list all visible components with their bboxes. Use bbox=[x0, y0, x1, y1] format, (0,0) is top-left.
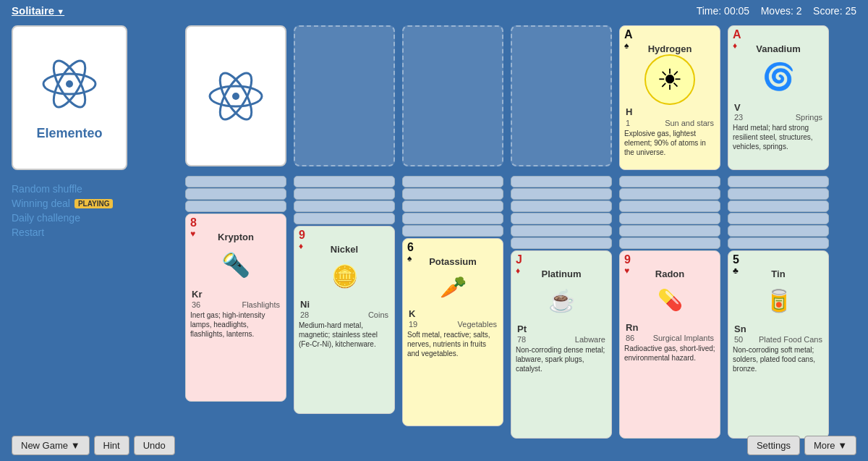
card-name-radon: Radon bbox=[623, 266, 717, 279]
card-tin[interactable]: 5 ♣ Tin 🥫 Sn 50 Plated Food Cans Non-cor… bbox=[728, 250, 829, 439]
back-card-2 bbox=[185, 188, 286, 200]
card-name-nickel: Nickel bbox=[297, 241, 391, 255]
score: Score: 25 bbox=[813, 5, 856, 17]
tableau-col-3[interactable]: 6 ♠ Potassium 🥕 K 19 Vegetables Soft met… bbox=[402, 176, 503, 439]
svg-point-3 bbox=[66, 80, 73, 88]
columns-area: A ♠ Hydrogen ☀ H 1 Sun and stars Explosi… bbox=[185, 25, 856, 422]
card-rank-vanadium: A ♦ bbox=[733, 29, 741, 51]
new-game-button[interactable]: New Game bbox=[12, 436, 90, 455]
playing-badge: PLAYING bbox=[75, 199, 114, 208]
menu-winning-deal[interactable]: Winning deal PLAYING bbox=[12, 198, 178, 209]
card-image-platinum: ☕ bbox=[514, 279, 608, 322]
card-desc-radon: Radioactive gas, short-lived; environmen… bbox=[623, 342, 717, 364]
left-sidebar: Elementeo Random shuffle Winning deal PL… bbox=[12, 25, 178, 422]
right-buttons: Settings More ▼ bbox=[747, 436, 856, 455]
logo-text: Elementeo bbox=[36, 126, 102, 141]
timer: Time: 00:05 bbox=[697, 5, 749, 17]
logo-card: Elementeo bbox=[12, 25, 127, 170]
card-name-platinum: Platinum bbox=[514, 266, 608, 279]
back-card-1 bbox=[185, 176, 286, 187]
tableau-col-4[interactable]: J ♦ Platinum ☕ Pt 78 Labware Non-corrodi… bbox=[511, 176, 612, 439]
menu-section: Random shuffle Winning deal PLAYING Dail… bbox=[12, 183, 178, 238]
more-button[interactable]: More ▼ bbox=[804, 436, 856, 455]
card-name-hydrogen: Hydrogen bbox=[623, 41, 717, 54]
bottom-row: 8 ♥ Krypton 🔦 Kr 36 Flashlights Inert ga… bbox=[185, 176, 856, 439]
card-vanadium[interactable]: A ♦ Vanadium 🌀 V 23 Springs Hard metal; … bbox=[728, 25, 829, 170]
app-title-link[interactable]: Solitaire bbox=[12, 4, 64, 17]
card-image-radon: 💊 bbox=[623, 279, 717, 321]
card-name-krypton: Krypton bbox=[189, 229, 283, 242]
svg-point-7 bbox=[232, 93, 239, 100]
card-desc-potassium: Soft metal, reactive; salts, nerves, nut… bbox=[406, 329, 500, 360]
stock-pile[interactable] bbox=[185, 25, 286, 166]
card-desc-tin: Non-corroding soft metal; solders, plate… bbox=[731, 344, 825, 375]
bottom-bar: New Game Hint Undo Settings More ▼ bbox=[12, 436, 856, 455]
card-image-potassium: 🥕 bbox=[406, 267, 500, 307]
card-potassium[interactable]: 6 ♠ Potassium 🥕 K 19 Vegetables Soft met… bbox=[402, 238, 503, 426]
card-desc-nickel: Medium-hard metal, magnetic; stainless s… bbox=[297, 319, 391, 350]
game-area: Elementeo Random shuffle Winning deal PL… bbox=[0, 21, 868, 426]
card-symbol-hydrogen: H bbox=[626, 106, 714, 117]
card-image-krypton: 🔦 bbox=[189, 242, 283, 287]
card-rank-hydrogen: A ♠ bbox=[624, 29, 633, 51]
header: Solitaire Time: 00:05 Moves: 2 Score: 25 bbox=[0, 0, 868, 21]
card-image-nickel: 🪙 bbox=[297, 255, 391, 297]
menu-daily-challenge[interactable]: Daily challenge bbox=[12, 212, 178, 224]
card-krypton[interactable]: 8 ♥ Krypton 🔦 Kr 36 Flashlights Inert ga… bbox=[185, 213, 286, 402]
menu-restart[interactable]: Restart bbox=[12, 227, 178, 238]
menu-random-shuffle[interactable]: Random shuffle bbox=[12, 183, 178, 195]
card-image-hydrogen: ☀ bbox=[644, 54, 695, 105]
card-desc-vanadium: Hard metal; hard strong resilient steel,… bbox=[731, 122, 825, 153]
card-name-tin: Tin bbox=[731, 266, 825, 279]
waste-pile[interactable] bbox=[294, 25, 395, 166]
top-row: A ♠ Hydrogen ☀ H 1 Sun and stars Explosi… bbox=[185, 25, 856, 170]
tableau-col-1[interactable]: 8 ♥ Krypton 🔦 Kr 36 Flashlights Inert ga… bbox=[185, 176, 286, 439]
card-hydrogen[interactable]: A ♠ Hydrogen ☀ H 1 Sun and stars Explosi… bbox=[619, 25, 720, 170]
tableau-col-6[interactable]: 5 ♣ Tin 🥫 Sn 50 Plated Food Cans Non-cor… bbox=[728, 176, 829, 439]
card-platinum[interactable]: J ♦ Platinum ☕ Pt 78 Labware Non-corrodi… bbox=[511, 250, 612, 439]
left-buttons: New Game Hint Undo bbox=[12, 436, 175, 455]
settings-button[interactable]: Settings bbox=[747, 436, 800, 455]
back-card-3 bbox=[185, 200, 286, 212]
card-image-vanadium: 🌀 bbox=[731, 54, 825, 99]
tableau-col-5[interactable]: 9 ♥ Radon 💊 Rn 86 Surgical Implants Radi… bbox=[619, 176, 720, 439]
foundation-1[interactable] bbox=[402, 25, 503, 166]
hint-button[interactable]: Hint bbox=[94, 436, 129, 455]
card-name-potassium: Potassium bbox=[406, 253, 500, 267]
foundation-2[interactable] bbox=[511, 25, 612, 166]
atom-icon bbox=[41, 55, 98, 120]
card-desc-platinum: Non-corroding dense metal; labware, spar… bbox=[514, 344, 608, 375]
tableau-col-2[interactable]: 9 ♦ Nickel 🪙 Ni 28 Coins Medium-hard met… bbox=[294, 176, 395, 439]
card-radon[interactable]: 9 ♥ Radon 💊 Rn 86 Surgical Implants Radi… bbox=[619, 250, 720, 439]
card-image-tin: 🥫 bbox=[731, 279, 825, 322]
card-name-vanadium: Vanadium bbox=[731, 41, 825, 54]
card-nickel[interactable]: 9 ♦ Nickel 🪙 Ni 28 Coins Medium-hard met… bbox=[294, 226, 395, 414]
card-desc-hydrogen: Explosive gas, lightest element; 90% of … bbox=[623, 127, 717, 158]
moves-count: Moves: 2 bbox=[761, 5, 802, 17]
game-stats: Time: 00:05 Moves: 2 Score: 25 bbox=[697, 5, 856, 17]
undo-button[interactable]: Undo bbox=[134, 436, 175, 455]
card-desc-krypton: Inert gas; high-intensity lamps, headlig… bbox=[189, 309, 283, 340]
